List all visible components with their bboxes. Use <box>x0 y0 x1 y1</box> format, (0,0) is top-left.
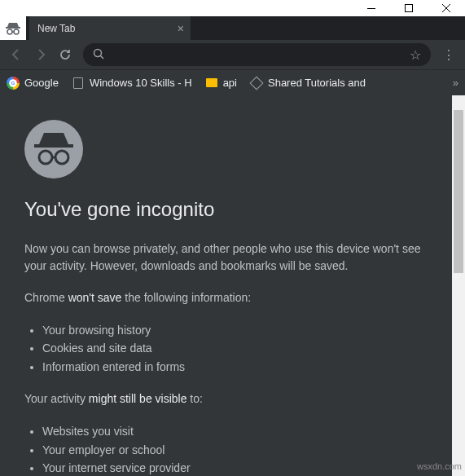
watermark: wsxdn.com <box>417 461 462 471</box>
back-button[interactable] <box>5 43 28 66</box>
bookmarks-bar: Google Windows 10 Skills - H api Shared … <box>0 69 465 95</box>
page-icon <box>72 77 85 90</box>
svg-point-5 <box>7 29 12 34</box>
bookmark-api[interactable]: api <box>205 77 237 90</box>
url-input[interactable] <box>111 48 410 61</box>
bookmark-star-icon[interactable]: ☆ <box>410 47 421 63</box>
bookmarks-overflow-button[interactable]: » <box>453 77 458 89</box>
visible-text: Your activity might still be visible to: <box>24 390 428 408</box>
svg-rect-0 <box>367 8 375 9</box>
svg-rect-10 <box>34 144 73 148</box>
list-item: Cookies and site data <box>42 339 428 357</box>
bookmark-label: Google <box>24 77 59 89</box>
list-item: Your internet service provider <box>42 459 428 476</box>
close-tab-icon[interactable]: × <box>178 22 184 35</box>
bookmark-label: api <box>223 77 237 89</box>
address-bar[interactable]: ☆ <box>83 43 431 66</box>
google-icon <box>7 77 20 90</box>
svg-line-9 <box>101 55 104 59</box>
bookmark-windows10[interactable]: Windows 10 Skills - H <box>72 77 192 90</box>
toolbar: ☆ ⋮ <box>0 40 465 69</box>
tab-strip: New Tab × <box>0 16 465 40</box>
wont-save-list: Your browsing history Cookies and site d… <box>24 321 428 376</box>
intro-text: Now you can browse privately, and other … <box>24 240 428 275</box>
svg-rect-4 <box>6 27 20 29</box>
browser-tab[interactable]: New Tab × <box>29 16 191 40</box>
list-item: Your browsing history <box>42 321 428 339</box>
svg-point-11 <box>39 151 52 164</box>
tab-title: New Tab <box>37 23 75 34</box>
scrollbar-thumb[interactable] <box>454 110 463 273</box>
close-window-button[interactable] <box>428 0 465 16</box>
bookmark-label: Windows 10 Skills - H <box>90 77 192 89</box>
menu-button[interactable]: ⋮ <box>437 47 460 63</box>
incognito-indicator-icon <box>0 16 26 40</box>
search-icon <box>93 48 104 62</box>
list-item: Information entered in forms <box>42 358 428 376</box>
incognito-icon <box>24 120 83 178</box>
visible-list: Websites you visit Your employer or scho… <box>24 422 428 476</box>
maximize-button[interactable] <box>390 0 428 16</box>
incognito-page: You've gone incognito Now you can browse… <box>0 95 452 476</box>
window-titlebar <box>0 0 465 16</box>
svg-point-12 <box>55 151 68 164</box>
wont-save-text: Chrome won't save the following informat… <box>24 289 428 306</box>
bookmark-google[interactable]: Google <box>7 77 59 90</box>
folder-icon <box>205 77 218 90</box>
forward-button[interactable] <box>29 43 52 66</box>
bookmark-shared-tutorials[interactable]: Shared Tutorials and <box>250 77 366 90</box>
bookmark-label: Shared Tutorials and <box>268 77 366 89</box>
diamond-icon <box>250 77 263 90</box>
reload-button[interactable] <box>54 43 77 66</box>
vertical-scrollbar[interactable] <box>452 95 465 476</box>
list-item: Websites you visit <box>42 422 428 440</box>
svg-rect-1 <box>406 5 413 12</box>
page-heading: You've gone incognito <box>24 198 428 221</box>
list-item: Your employer or school <box>42 441 428 459</box>
content-viewport: You've gone incognito Now you can browse… <box>0 95 465 476</box>
svg-point-8 <box>94 49 102 56</box>
minimize-button[interactable] <box>353 0 390 16</box>
svg-point-6 <box>14 29 19 34</box>
